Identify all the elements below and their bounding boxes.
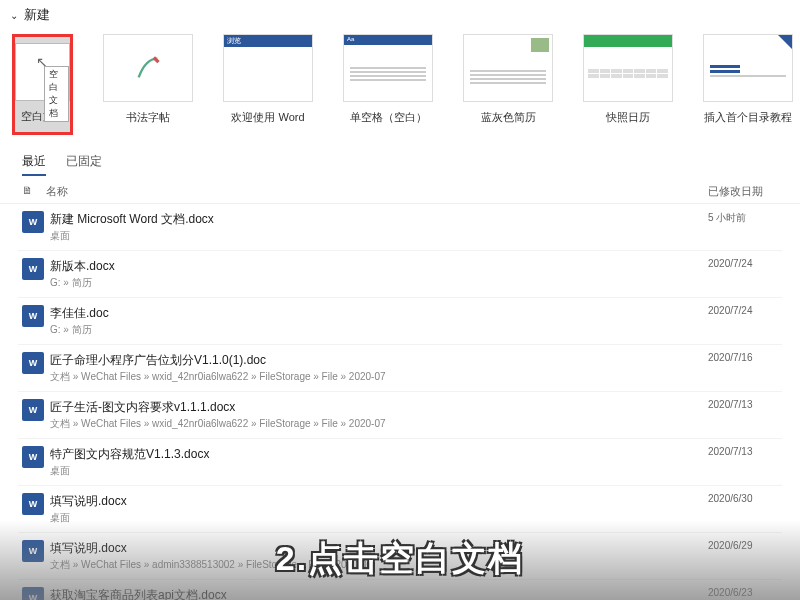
file-list: W新建 Microsoft Word 文档.docx桌面5 小时前W新版本.do… — [0, 204, 800, 600]
template-label: 书法字帖 — [126, 110, 170, 125]
word-doc-icon: W — [22, 587, 44, 600]
file-path: 桌面 — [50, 229, 708, 243]
template-label: 蓝灰色简历 — [481, 110, 536, 125]
file-row[interactable]: W获取淘宝客商品列表api文档.docx桌面 » 淘宝联盟接口说明2020/6/… — [18, 580, 782, 600]
file-info: 新建 Microsoft Word 文档.docx桌面 — [50, 211, 708, 243]
word-doc-icon: W — [22, 399, 44, 421]
file-path: G: » 简历 — [50, 276, 708, 290]
template-blank-document[interactable]: ↖ 空白文档 空白文档 — [12, 34, 73, 135]
word-doc-icon: W — [22, 493, 44, 515]
file-row[interactable]: W特产图文内容规范V1.1.3.docx桌面2020/7/13 — [18, 439, 782, 486]
file-date: 2020/6/30 — [708, 493, 778, 504]
list-header: 🗎 名称 已修改日期 — [0, 176, 800, 204]
file-name: 匠子命理小程序广告位划分V1.1.0(1).doc — [50, 352, 708, 369]
file-name: 特产图文内容规范V1.1.3.docx — [50, 446, 708, 463]
word-doc-icon: W — [22, 446, 44, 468]
template-label: 插入首个目录教程 — [704, 110, 792, 125]
file-name: 匠子生活-图文内容要求v1.1.1.docx — [50, 399, 708, 416]
file-path: G: » 简历 — [50, 323, 708, 337]
templates-row: ↖ 空白文档 空白文档 书法字帖 浏览 欢迎使用 Word Aa 单空格（空白）… — [0, 30, 800, 145]
section-header: ⌄ 新建 — [0, 0, 800, 30]
file-row[interactable]: W新建 Microsoft Word 文档.docx桌面5 小时前 — [18, 204, 782, 251]
file-info: 匠子命理小程序广告位划分V1.1.0(1).doc文档 » WeChat Fil… — [50, 352, 708, 384]
file-info: 填写说明.docx桌面 — [50, 493, 708, 525]
tabs: 最近 已固定 — [0, 145, 800, 176]
tab-recent[interactable]: 最近 — [22, 153, 46, 176]
template-label: 欢迎使用 Word — [231, 110, 304, 125]
file-row[interactable]: W新版本.docxG: » 简历2020/7/24 — [18, 251, 782, 298]
file-date: 2020/7/24 — [708, 305, 778, 316]
file-name: 新版本.docx — [50, 258, 708, 275]
tab-pinned[interactable]: 已固定 — [66, 153, 102, 176]
file-path: 文档 » WeChat Files » wxid_42nr0ia6lwa622 … — [50, 370, 708, 384]
file-row[interactable]: W匠子生活-图文内容要求v1.1.1.docx文档 » WeChat Files… — [18, 392, 782, 439]
file-path: 桌面 — [50, 464, 708, 478]
file-date: 2020/7/16 — [708, 352, 778, 363]
template-toc-tutorial[interactable]: 插入首个目录教程 — [703, 34, 793, 135]
template-label: 单空格（空白） — [350, 110, 427, 125]
template-calligraphy[interactable]: 书法字帖 — [103, 34, 193, 135]
chevron-down-icon: ⌄ — [10, 10, 18, 21]
file-name: 新建 Microsoft Word 文档.docx — [50, 211, 708, 228]
file-info: 新版本.docxG: » 简历 — [50, 258, 708, 290]
section-title: 新建 — [24, 6, 50, 24]
file-name: 填写说明.docx — [50, 493, 708, 510]
file-path: 桌面 — [50, 511, 708, 525]
file-row[interactable]: W填写说明.docx桌面2020/6/30 — [18, 486, 782, 533]
template-thumb: ↖ 空白文档 — [15, 43, 70, 101]
file-name: 获取淘宝客商品列表api文档.docx — [50, 587, 708, 600]
template-welcome[interactable]: 浏览 欢迎使用 Word — [223, 34, 313, 135]
template-single-space[interactable]: Aa 单空格（空白） — [343, 34, 433, 135]
template-calendar[interactable]: 快照日历 — [583, 34, 673, 135]
template-thumb — [463, 34, 553, 102]
word-doc-icon: W — [22, 258, 44, 280]
file-date: 2020/7/13 — [708, 399, 778, 410]
file-info: 获取淘宝客商品列表api文档.docx桌面 » 淘宝联盟接口说明 — [50, 587, 708, 600]
file-info: 特产图文内容规范V1.1.3.docx桌面 — [50, 446, 708, 478]
tooltip: 空白文档 — [44, 66, 69, 122]
template-thumb — [703, 34, 793, 102]
word-doc-icon: W — [22, 305, 44, 327]
file-date: 5 小时前 — [708, 211, 778, 225]
file-row[interactable]: W李佳佳.docG: » 简历2020/7/24 — [18, 298, 782, 345]
file-row[interactable]: W填写说明.docx文档 » WeChat Files » admin33885… — [18, 533, 782, 580]
col-icon: 🗎 — [22, 184, 46, 199]
word-doc-icon: W — [22, 211, 44, 233]
file-date: 2020/7/24 — [708, 258, 778, 269]
col-date: 已修改日期 — [708, 184, 778, 199]
file-name: 李佳佳.doc — [50, 305, 708, 322]
file-path: 文档 » WeChat Files » admin3388513002 » Fi… — [50, 558, 708, 572]
template-thumb — [583, 34, 673, 102]
template-thumb — [103, 34, 193, 102]
template-thumb: 浏览 — [223, 34, 313, 102]
template-label: 快照日历 — [606, 110, 650, 125]
file-date: 2020/6/23 — [708, 587, 778, 598]
template-resume[interactable]: 蓝灰色简历 — [463, 34, 553, 135]
template-thumb: Aa — [343, 34, 433, 102]
col-name: 名称 — [46, 184, 708, 199]
file-info: 填写说明.docx文档 » WeChat Files » admin338851… — [50, 540, 708, 572]
file-info: 李佳佳.docG: » 简历 — [50, 305, 708, 337]
file-info: 匠子生活-图文内容要求v1.1.1.docx文档 » WeChat Files … — [50, 399, 708, 431]
file-date: 2020/7/13 — [708, 446, 778, 457]
word-doc-icon: W — [22, 352, 44, 374]
file-name: 填写说明.docx — [50, 540, 708, 557]
word-doc-icon: W — [22, 540, 44, 562]
file-row[interactable]: W匠子命理小程序广告位划分V1.1.0(1).doc文档 » WeChat Fi… — [18, 345, 782, 392]
file-path: 文档 » WeChat Files » wxid_42nr0ia6lwa622 … — [50, 417, 708, 431]
file-date: 2020/6/29 — [708, 540, 778, 551]
